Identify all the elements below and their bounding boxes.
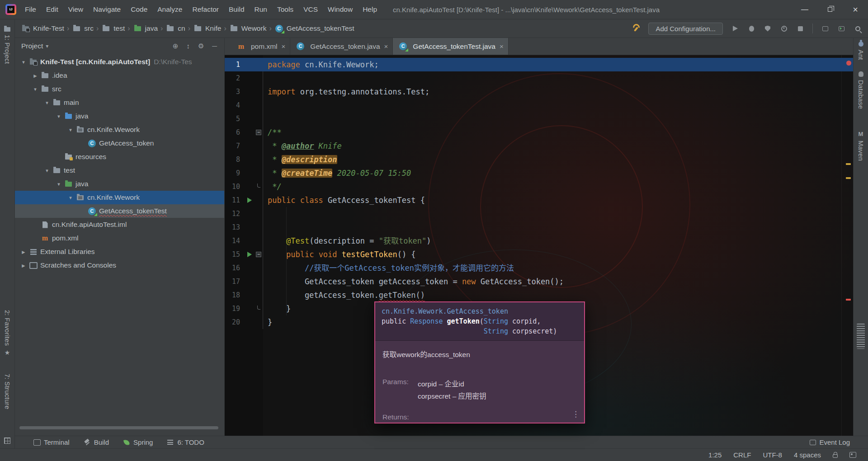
- line-number[interactable]: 7: [225, 139, 245, 153]
- line-number[interactable]: 12: [225, 207, 245, 221]
- line-number[interactable]: 17: [225, 275, 245, 288]
- run-gutter-icon[interactable]: [247, 252, 252, 257]
- code-line[interactable]: 8 * @description: [225, 153, 853, 166]
- horizontal-scrollbar[interactable]: [19, 426, 218, 429]
- tree-chevron-icon[interactable]: ▼: [54, 114, 64, 119]
- code-line[interactable]: 18 getAccess_token.getToken(): [225, 288, 853, 302]
- menu-navigate[interactable]: Navigate: [88, 0, 126, 19]
- breadcrumb-item[interactable]: Knife: [192, 24, 222, 33]
- editor-scrollbar-thumb[interactable]: [857, 324, 865, 349]
- line-number[interactable]: 8: [225, 153, 245, 166]
- close-tab-icon[interactable]: ×: [282, 42, 286, 50]
- error-stripe-mark[interactable]: [846, 299, 851, 301]
- breadcrumb-item[interactable]: java: [132, 24, 159, 33]
- editor-tab[interactable]: GetAccess_token.java×: [290, 38, 393, 55]
- fold-end-icon[interactable]: [257, 183, 260, 188]
- menu-help[interactable]: Help: [358, 0, 382, 19]
- tree-row[interactable]: ▼Knife-Test [cn.Knife.apiAutoTest]D:\Kni…: [15, 55, 224, 69]
- terminal-quick-button[interactable]: [837, 24, 845, 33]
- tree-row[interactable]: resources: [15, 150, 224, 164]
- toolwindow-6todo-button[interactable]: 6: TODO: [166, 438, 204, 446]
- minimize-button[interactable]: —: [792, 0, 817, 19]
- fold-collapse-icon[interactable]: −: [256, 130, 261, 135]
- tree-chevron-icon[interactable]: ▶: [30, 73, 40, 78]
- encoding-indicator[interactable]: UTF-8: [763, 451, 782, 459]
- line-separator-indicator[interactable]: CRLF: [733, 451, 751, 459]
- hide-panel-icon[interactable]: ─: [212, 42, 217, 50]
- stop-button[interactable]: [796, 24, 804, 33]
- warning-stripe-mark[interactable]: [846, 163, 851, 165]
- editor-tab[interactable]: pom.xml×: [231, 38, 290, 55]
- tree-row[interactable]: ▶Scratches and Consoles: [15, 259, 224, 272]
- tree-chevron-icon[interactable]: ▶: [19, 263, 28, 268]
- warning-stripe-mark[interactable]: [846, 177, 851, 179]
- type-link[interactable]: String: [484, 327, 508, 335]
- tree-row[interactable]: ▼cn.Knife.Wework: [15, 191, 224, 204]
- code-line[interactable]: 5: [225, 112, 853, 126]
- coverage-button[interactable]: [764, 24, 772, 33]
- menu-refactor[interactable]: Refactor: [187, 0, 224, 19]
- caret-position[interactable]: 1:25: [708, 451, 722, 459]
- tree-chevron-icon[interactable]: ▼: [66, 195, 75, 200]
- close-tab-icon[interactable]: ×: [500, 42, 504, 50]
- setup-sdk-wrench-icon[interactable]: [632, 24, 640, 33]
- toolwindow-structure-button[interactable]: 7: Structure: [0, 374, 14, 409]
- inspections-error-indicator[interactable]: [846, 61, 851, 66]
- breadcrumb-item[interactable]: test: [100, 24, 126, 33]
- line-number[interactable]: 10: [225, 180, 245, 193]
- profiler-button[interactable]: [780, 24, 788, 33]
- add-configuration-button[interactable]: Add Configuration...: [648, 23, 723, 35]
- line-number[interactable]: 18: [225, 288, 245, 302]
- tree-row[interactable]: ▼cn.Knife.Wework: [15, 123, 224, 136]
- tree-chevron-icon[interactable]: ▶: [19, 249, 28, 254]
- expand-collapse-icon[interactable]: ↕: [186, 42, 190, 50]
- tree-row[interactable]: ▶External Libraries: [15, 245, 224, 259]
- breadcrumb-item[interactable]: src: [71, 24, 95, 33]
- menu-view[interactable]: View: [63, 0, 88, 19]
- breadcrumb-item[interactable]: Knife-Test: [19, 24, 66, 33]
- code-line[interactable]: 3import org.testng.annotations.Test;: [225, 85, 853, 99]
- line-number[interactable]: 9: [225, 166, 245, 180]
- toolwindow-favorites-button[interactable]: 2: Favorites ★: [0, 310, 14, 356]
- code-line[interactable]: 13: [225, 221, 853, 234]
- settings-gear-icon[interactable]: ⚙: [198, 42, 204, 50]
- toolwindow-maven-button[interactable]: M Maven: [854, 131, 868, 161]
- code-line[interactable]: 9 * @createTime 2020-05-07 15:50: [225, 166, 853, 180]
- tree-chevron-icon[interactable]: ▼: [66, 127, 75, 132]
- toolwindow-terminal-button[interactable]: Terminal: [33, 438, 70, 446]
- toolwindow-eventlog-button[interactable]: Event Log: [810, 438, 850, 446]
- line-number[interactable]: 4: [225, 99, 245, 112]
- line-number[interactable]: 13: [225, 221, 245, 234]
- fold-collapse-icon[interactable]: −: [256, 252, 261, 257]
- toolwindow-switcher-icon[interactable]: [4, 437, 10, 444]
- tree-chevron-icon[interactable]: ▼: [42, 100, 52, 105]
- code-line[interactable]: 4: [225, 99, 853, 112]
- readonly-lock-icon[interactable]: [833, 454, 838, 458]
- code-line[interactable]: 6−/**: [225, 126, 853, 139]
- breadcrumb-item[interactable]: Wework: [228, 24, 268, 33]
- code-line[interactable]: 12: [225, 207, 853, 221]
- tree-row[interactable]: ▼java: [15, 177, 224, 191]
- project-view-selector[interactable]: Project: [21, 42, 43, 50]
- tree-chevron-icon[interactable]: ▼: [19, 60, 28, 65]
- indent-indicator[interactable]: 4 spaces: [794, 451, 821, 459]
- tree-row[interactable]: ▼main: [15, 96, 224, 109]
- toolwindow-spring-button[interactable]: Spring: [123, 438, 153, 446]
- breadcrumb-item[interactable]: GetAccess_tokenTest: [273, 24, 356, 33]
- type-link[interactable]: Response: [410, 317, 443, 325]
- toolwindow-project-button[interactable]: 1: Project: [0, 27, 14, 64]
- line-number[interactable]: 15: [225, 248, 245, 261]
- code-line[interactable]: 16 //获取一个GetAccess_token实例对象，才能调用它的方法: [225, 261, 853, 275]
- code-line[interactable]: 17 GetAccess_token getAccess_token = new…: [225, 275, 853, 288]
- close-tab-icon[interactable]: ×: [384, 42, 388, 50]
- open-window-button[interactable]: [821, 24, 829, 33]
- debug-button[interactable]: [747, 24, 755, 33]
- tree-chevron-icon[interactable]: ▼: [42, 168, 52, 173]
- locate-file-icon[interactable]: ⊕: [173, 42, 179, 50]
- code-line[interactable]: 15− public void testGetToken() {: [225, 248, 853, 261]
- search-everywhere-button[interactable]: [854, 24, 862, 33]
- code-line[interactable]: 14 @Test(description = "获取token"): [225, 234, 853, 248]
- code-line[interactable]: 2: [225, 71, 853, 85]
- tree-row[interactable]: GetAccess_token: [15, 136, 224, 150]
- run-button[interactable]: [731, 24, 739, 33]
